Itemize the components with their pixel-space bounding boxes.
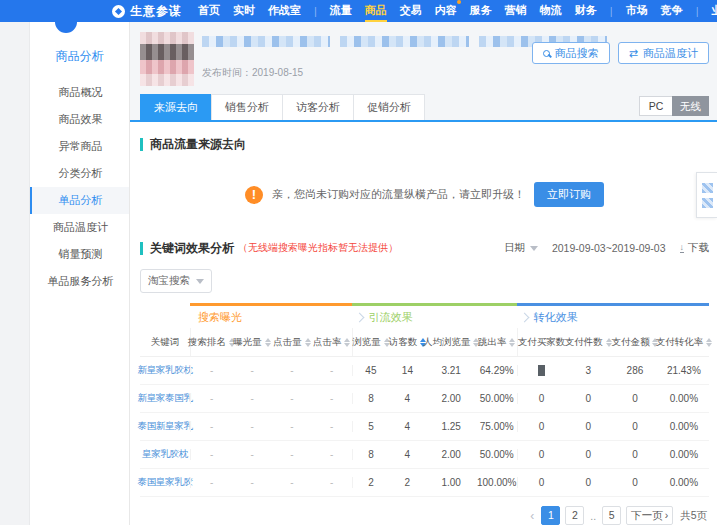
- table-cell: 1.00: [426, 477, 477, 488]
- page-ellipsis: ..: [589, 510, 597, 522]
- tab-销售分析[interactable]: 销售分析: [211, 94, 283, 120]
- total-pages: 共5页: [680, 509, 707, 523]
- feedback-widget[interactable]: [696, 172, 717, 218]
- brand[interactable]: 生意参谋: [112, 3, 182, 20]
- nav-item-竞争[interactable]: 竞争: [661, 0, 683, 22]
- tab-促销分析[interactable]: 促销分析: [353, 94, 425, 120]
- sort-icon[interactable]: [509, 338, 515, 347]
- nav-item-服务[interactable]: 服务: [470, 0, 492, 22]
- table-cell: -: [232, 421, 272, 432]
- column-header-点击率[interactable]: 点击率: [312, 328, 352, 356]
- page-button-1[interactable]: 1: [541, 506, 560, 525]
- table-cell: 0: [566, 449, 612, 460]
- table-cell: 50.00%: [477, 449, 517, 460]
- prev-page-button[interactable]: ‹: [528, 509, 536, 523]
- column-header-点击量[interactable]: 点击量: [272, 328, 312, 356]
- sort-icon[interactable]: [265, 338, 271, 347]
- table-cell: 0.00%: [659, 393, 709, 404]
- column-label: 点击量: [273, 336, 302, 349]
- table-cell: 0: [517, 393, 566, 404]
- column-header-支付金额[interactable]: 支付金额: [611, 328, 659, 356]
- table-cell: 0: [517, 449, 566, 460]
- sidebar-item-商品温度计[interactable]: 商品温度计: [30, 214, 129, 241]
- column-header-人均浏览量[interactable]: 人均浏览量: [426, 328, 477, 356]
- keyword-link[interactable]: 新皇家乳胶枕: [140, 364, 190, 377]
- table-body: 新皇家乳胶枕----45143.2164.29%328621.43%新皇家泰国乳…: [140, 357, 709, 497]
- upgrade-warning: ! 亲，您尚未订购对应的流量纵横产品，请立即升级！ 立即订购: [140, 182, 709, 207]
- table-row: 新皇家泰国乳----842.0050.00%0000.00%: [140, 385, 709, 413]
- sort-icon[interactable]: [344, 338, 350, 347]
- sidebar-title: 商品分析: [30, 40, 129, 79]
- topnav: 生意参谋 首页实时作战室|流量商品交易内容服务营销物流财务|市场竞争|业务专区|…: [0, 0, 717, 22]
- nav-item-交易[interactable]: 交易: [400, 0, 422, 22]
- table-cell: 0: [611, 393, 659, 404]
- keyword-link[interactable]: 泰国新皇家乳: [140, 420, 190, 433]
- column-label: 点击率: [313, 336, 342, 349]
- product-thermometer-button[interactable]: ⇄ 商品温度计: [618, 42, 709, 64]
- nav-item-内容[interactable]: 内容: [435, 0, 457, 22]
- sidebar-item-分类分析[interactable]: 分类分析: [30, 160, 129, 187]
- download-button[interactable]: ↓ 下载: [680, 241, 710, 255]
- page-button-2[interactable]: 2: [565, 506, 584, 525]
- sidebar-item-销量预测[interactable]: 销量预测: [30, 241, 129, 268]
- nav-item-实时[interactable]: 实时: [233, 0, 255, 22]
- column-header-跳出率[interactable]: 跳出率: [477, 328, 517, 356]
- nav-item-商品[interactable]: 商品: [365, 0, 387, 22]
- sidebar-top-arc: [55, 22, 77, 33]
- keyword-section-note: （无线端搜索曝光指标暂无法提供）: [238, 241, 398, 255]
- channel-select[interactable]: 淘宝搜索: [140, 269, 212, 293]
- column-header-支付件数[interactable]: 支付件数: [566, 328, 612, 356]
- nav-item-营销[interactable]: 营销: [505, 0, 527, 22]
- keyword-link[interactable]: 泰国皇家乳胶: [140, 476, 190, 489]
- column-label: 支付件数: [565, 336, 603, 349]
- sort-icon[interactable]: [305, 338, 311, 347]
- nav-item-市场[interactable]: 市场: [626, 0, 648, 22]
- keyword-link[interactable]: 新皇家泰国乳: [140, 392, 190, 405]
- device-option-PC[interactable]: PC: [639, 96, 673, 116]
- column-header-支付买家数: 支付买家数: [517, 328, 566, 356]
- device-option-无线[interactable]: 无线: [672, 96, 709, 116]
- page-button-5[interactable]: 5: [602, 506, 621, 525]
- column-header-访客数[interactable]: 访客数: [389, 328, 425, 356]
- table-cell: 0.00%: [659, 449, 709, 460]
- order-now-button[interactable]: 立即订购: [534, 182, 604, 207]
- tab-bar: 来源去向销售分析访客分析促销分析: [140, 94, 424, 120]
- chevron-down-icon: [530, 246, 538, 251]
- column-header-搜索排名[interactable]: 搜索排名: [190, 328, 232, 356]
- tab-来源去向[interactable]: 来源去向: [140, 94, 212, 120]
- table-cell: -: [190, 393, 232, 404]
- group-label: 转化效果: [534, 310, 578, 325]
- nav-item-物流[interactable]: 物流: [540, 0, 562, 22]
- brand-logo-icon: [112, 5, 125, 18]
- nav-item-首页[interactable]: 首页: [198, 0, 220, 22]
- nav-item-作战室[interactable]: 作战室: [268, 0, 301, 22]
- sort-icon[interactable]: [706, 338, 712, 347]
- sidebar-item-单品分析[interactable]: 单品分析: [30, 187, 129, 214]
- sidebar-item-商品概况[interactable]: 商品概况: [30, 79, 129, 106]
- table-cell: -: [190, 477, 232, 488]
- keyword-section-title: 关键词效果分析: [140, 242, 234, 255]
- sidebar-item-异常商品[interactable]: 异常商品: [30, 133, 129, 160]
- column-label: 人均浏览量: [423, 336, 471, 349]
- sidebar-item-单品服务分析[interactable]: 单品服务分析: [30, 268, 129, 295]
- tab-访客分析[interactable]: 访客分析: [282, 94, 354, 120]
- column-header-支付转化率[interactable]: 支付转化率: [659, 328, 709, 356]
- table-header-row: 关键词搜索排名曝光量点击量点击率浏览量访客数人均浏览量跳出率支付买家数支付件数支…: [140, 328, 709, 357]
- nav-item-业务专区[interactable]: 业务专区: [712, 0, 717, 22]
- table-cell: 0: [566, 477, 612, 488]
- column-header-浏览量[interactable]: 浏览量: [352, 328, 390, 356]
- column-header-曝光量[interactable]: 曝光量: [232, 328, 272, 356]
- date-filter[interactable]: 日期: [504, 241, 538, 255]
- pagination: ‹ 12..5 下一页 › 共5页: [140, 506, 709, 525]
- product-search-button[interactable]: 商品搜索: [532, 42, 610, 64]
- table-cell: -: [272, 421, 312, 432]
- nav-item-财务[interactable]: 财务: [575, 0, 597, 22]
- table-cell: 64.29%: [477, 365, 517, 376]
- nav-item-流量[interactable]: 流量: [330, 0, 352, 22]
- product-thermometer-label: 商品温度计: [643, 46, 698, 61]
- sidebar-item-商品效果[interactable]: 商品效果: [30, 106, 129, 133]
- next-page-button[interactable]: 下一页 ›: [626, 506, 673, 525]
- table-cell: 2.00: [426, 449, 477, 460]
- warning-icon: !: [245, 186, 263, 204]
- keyword-link[interactable]: 皇家乳胶枕: [140, 448, 190, 461]
